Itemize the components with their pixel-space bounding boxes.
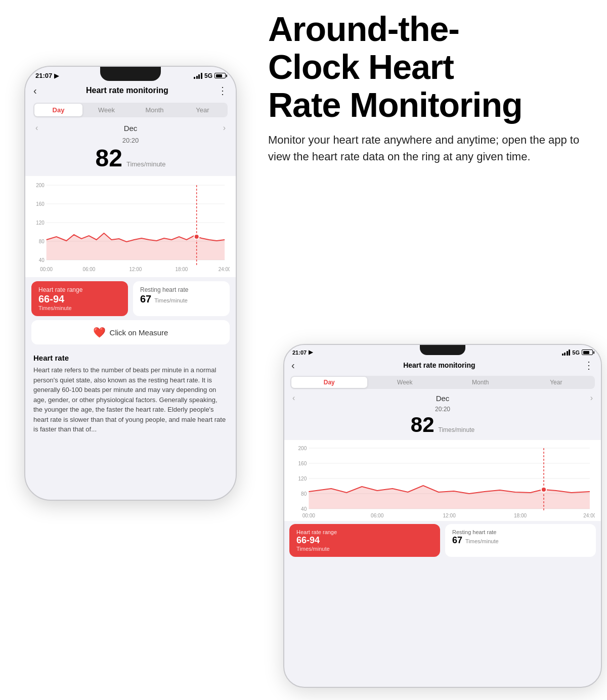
svg-text:200: 200 <box>36 183 45 188</box>
resting-value-right: 67 <box>452 535 462 546</box>
svg-text:12:00: 12:00 <box>443 513 456 518</box>
svg-text:80: 80 <box>301 491 307 497</box>
seg-week-right[interactable]: Week <box>367 377 443 388</box>
more-button-left[interactable]: ⋮ <box>218 84 228 97</box>
chart-svg-right: 200 160 120 80 40 00:00 06:00 12:00 18:0… <box>290 444 595 520</box>
nav-bar-left: ‹ Heart rate monitoring ⋮ <box>25 81 236 101</box>
headline-line1: Around-the- <box>268 10 459 48</box>
nav-bar-right: ‹ Heart rate monitoring ⋮ <box>284 357 601 374</box>
date-next-left[interactable]: › <box>223 123 226 133</box>
date-prev-left[interactable]: ‹ <box>35 123 38 133</box>
phone-left: 21:07 ▶ 5G ‹ Heart rate monitoring ⋮ Day… <box>24 66 237 501</box>
nav-title-right: Heart rate monitoring <box>403 361 475 369</box>
resting-unit-left: Times/minute <box>154 297 188 303</box>
month-label-left: Dec <box>124 124 138 133</box>
battery-icon-left <box>214 73 226 78</box>
notch-left <box>100 67 161 81</box>
svg-text:24:00: 24:00 <box>219 267 230 272</box>
signal-bars-right <box>562 349 571 356</box>
resting-unit-right: Times/minute <box>465 538 499 544</box>
svg-text:00:00: 00:00 <box>40 267 53 272</box>
svg-text:12:00: 12:00 <box>129 267 142 272</box>
date-prev-right[interactable]: ‹ <box>292 393 295 403</box>
nav-title-left: Heart rate monitoring <box>86 86 168 95</box>
headline-line3: Rate Monitoring <box>268 85 523 124</box>
time-right: 21:07 <box>292 349 307 356</box>
range-unit-left: Times/minute <box>38 305 121 311</box>
svg-text:24:00: 24:00 <box>583 513 595 518</box>
hr-big-left: 82 Times/minute <box>25 144 236 172</box>
stat-card-range-left: Heart rate range 66-94 Times/minute <box>31 281 128 316</box>
network-type-right: 5G <box>572 349 580 356</box>
time-location-left: 21:07 ▶ <box>35 72 59 79</box>
more-button-right[interactable]: ⋮ <box>584 359 594 371</box>
svg-text:120: 120 <box>36 220 45 226</box>
hr-info-text-left: Heart rate refers to the number of beats… <box>33 365 228 434</box>
svg-text:18:00: 18:00 <box>176 267 188 272</box>
date-nav-right: ‹ Dec › <box>284 392 601 404</box>
svg-text:18:00: 18:00 <box>514 513 527 518</box>
hr-unit-right: Times/minute <box>439 426 475 433</box>
headline: Around-the- Clock Heart Rate Monitoring <box>268 10 592 123</box>
measure-btn-text-left: Click on Measure <box>110 328 168 337</box>
battery-icon-right <box>582 349 593 355</box>
location-icon-right: ▶ <box>309 349 313 356</box>
seg-year-right[interactable]: Year <box>518 377 594 388</box>
seg-week-left[interactable]: Week <box>82 104 131 116</box>
seg-day-left[interactable]: Day <box>34 104 82 116</box>
stat-card-resting-right: Resting heart rate 67 Times/minute <box>445 524 596 557</box>
seg-day-right[interactable]: Day <box>291 377 367 388</box>
chart-svg-left: 200 160 120 80 40 00:00 06:00 12:00 18:0… <box>31 180 230 276</box>
range-value-right: 66-94 <box>296 535 433 546</box>
hr-info-title-left: Heart rate <box>33 354 228 362</box>
hr-big-right: 82 Times/minute <box>284 413 601 437</box>
stats-row-right: Heart rate range 66-94 Times/minute Rest… <box>289 524 596 557</box>
signal-area-right: 5G <box>562 349 593 356</box>
location-icon-left: ▶ <box>54 72 59 79</box>
stat-card-resting-left: Resting heart rate 67 Times/minute <box>133 281 230 316</box>
resting-label-right: Resting heart rate <box>452 529 589 535</box>
subtext: Monitor your heart rate anywhere and any… <box>268 132 592 165</box>
seg-year-left[interactable]: Year <box>179 104 227 116</box>
hr-number-right: 82 <box>411 413 435 437</box>
hr-info-section-left: Heart rate Heart rate refers to the numb… <box>25 347 236 441</box>
date-next-right[interactable]: › <box>590 393 593 403</box>
svg-text:160: 160 <box>36 201 45 207</box>
network-type-left: 5G <box>204 72 212 79</box>
svg-point-33 <box>541 487 546 492</box>
svg-point-16 <box>194 234 199 239</box>
signal-area-left: 5G <box>194 72 226 79</box>
notch-right <box>420 345 465 355</box>
hr-number-left: 82 <box>96 144 122 172</box>
seg-month-left[interactable]: Month <box>131 104 179 116</box>
back-button-left[interactable]: ‹ <box>33 85 37 97</box>
range-label-left: Heart rate range <box>38 286 121 293</box>
range-unit-right: Times/minute <box>296 546 433 552</box>
chart-left: 200 160 120 80 40 00:00 06:00 12:00 18:0… <box>25 176 236 277</box>
svg-text:120: 120 <box>298 476 307 482</box>
back-button-right[interactable]: ‹ <box>291 360 295 371</box>
headline-line2: Clock Heart <box>268 48 454 86</box>
range-value-left: 66-94 <box>38 293 121 305</box>
svg-text:06:00: 06:00 <box>82 267 95 272</box>
svg-text:160: 160 <box>298 461 307 466</box>
seg-month-right[interactable]: Month <box>443 377 518 388</box>
stat-card-range-right: Heart rate range 66-94 Times/minute <box>289 524 440 557</box>
stats-row-left: Heart rate range 66-94 Times/minute Rest… <box>31 281 230 316</box>
svg-text:200: 200 <box>298 446 307 451</box>
hr-time-left: 20:20 <box>25 137 236 144</box>
hr-unit-left: Times/minute <box>126 160 166 168</box>
month-label-right: Dec <box>436 394 450 403</box>
measure-button-left[interactable]: ❤️ Click on Measure <box>31 320 230 344</box>
hr-value-section-left: 20:20 82 Times/minute <box>25 135 236 176</box>
signal-bars-left <box>194 73 202 79</box>
svg-text:80: 80 <box>39 239 45 244</box>
svg-text:40: 40 <box>301 506 307 512</box>
segment-control-right: Day Week Month Year <box>290 376 595 389</box>
hr-value-section-right: 20:20 82 Times/minute <box>284 404 601 440</box>
svg-text:00:00: 00:00 <box>302 513 316 518</box>
resting-value-left: 67 <box>140 293 151 305</box>
svg-text:06:00: 06:00 <box>371 513 384 518</box>
right-column: Around-the- Clock Heart Rate Monitoring … <box>268 10 592 165</box>
heart-activity-icon-left: ❤️ <box>93 326 106 338</box>
